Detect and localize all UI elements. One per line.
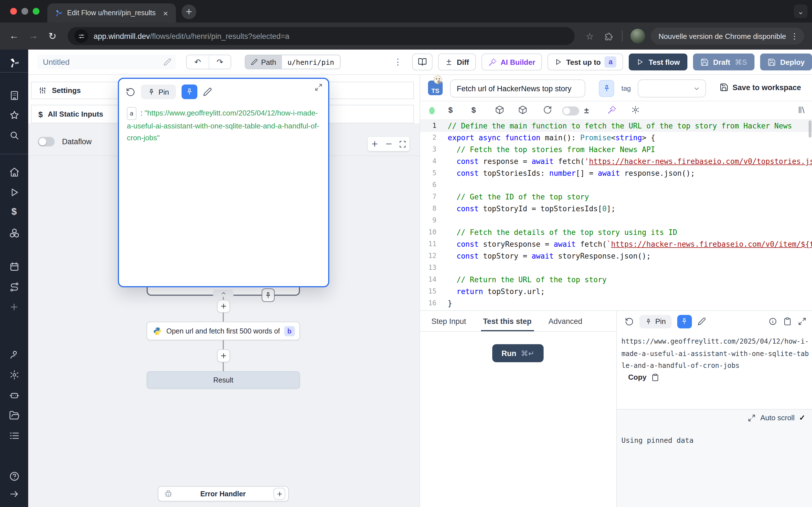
zoom-out-icon[interactable] [385,140,393,148]
fullscreen-icon[interactable] [798,317,806,326]
sidebar-item-folders[interactable] [0,407,28,423]
insert-step-button[interactable] [217,349,230,362]
profile-avatar[interactable] [630,29,645,43]
editor-settings-icon[interactable] [631,105,640,114]
reload-icon[interactable]: ↻ [44,27,61,45]
pin-tab[interactable]: Pin [141,84,176,99]
sidebar-item-schedules[interactable] [0,259,28,274]
undo-button[interactable]: ↶ [187,55,209,69]
flow-name-field[interactable]: Untitled [37,55,176,69]
test-flow-button[interactable]: Test flow [629,54,688,70]
sidebar-item-favorites[interactable] [0,107,28,123]
sidebar-item-expand[interactable] [0,486,28,502]
test-up-to-button[interactable]: Test up to a [548,54,623,70]
info-icon[interactable] [769,317,777,326]
clipboard-icon[interactable] [783,317,792,326]
run-button[interactable]: Run ⌘↵ [492,344,544,362]
variables-icon[interactable]: $ [448,105,453,114]
code-editor[interactable]: 1// Define the main function to fetch th… [420,120,812,311]
history-icon[interactable] [625,317,634,326]
sidebar-item-workers[interactable] [0,387,28,403]
code-line: 11 const storyResponse = await fetch(`ht… [420,238,812,250]
address-bar[interactable]: app.windmill.dev/flows/edit/u/henri/pin_… [68,27,574,45]
step-summary-input[interactable]: Fetch url of HackerNews top story [450,79,585,98]
path-control[interactable]: Path u/henri/pin [245,55,340,69]
bookmark-star-icon[interactable]: ☆ [581,27,598,45]
code-line: 10 // Fetch the details of the top story… [420,226,812,238]
result-node[interactable]: Result [147,371,300,389]
tab-step-input[interactable]: Step Input [432,311,466,331]
close-window-button[interactable] [10,8,17,15]
ai-builder-button[interactable]: AI Builder [481,54,542,70]
extensions-icon[interactable] [601,27,617,45]
edit-pin-icon[interactable] [698,317,706,326]
sidebar-item-runs[interactable] [0,184,28,200]
dataflow-toggle[interactable] [38,137,55,147]
tag-select[interactable] [638,79,706,98]
sidebar-item-add[interactable] [0,299,28,315]
browser-tab[interactable]: Edit Flow u/henri/pin_results × [47,3,176,22]
sidebar-item-help[interactable] [0,468,28,484]
deploy-button[interactable]: Deploy [760,54,812,70]
copy-button[interactable]: Copy [628,373,659,381]
sidebar-item-search[interactable] [0,127,28,143]
insert-step-button[interactable] [217,300,230,313]
diff-button[interactable]: Diff [438,54,476,70]
editor-scrollbar[interactable] [809,121,811,137]
docs-button[interactable] [412,54,433,70]
add-error-handler-button[interactable] [273,488,285,500]
tab-search-button[interactable]: ⌄ [794,4,808,18]
pinned-toggle-button[interactable] [677,315,692,328]
plus-icon [276,490,283,497]
windmill-logo-icon [8,57,20,69]
package-icon[interactable] [518,105,527,114]
back-icon[interactable]: ← [6,27,22,45]
close-tab-icon[interactable]: × [161,8,170,18]
step-pin-button[interactable] [599,80,614,97]
node-a-pin-button[interactable] [262,288,274,302]
redo-button[interactable]: ↷ [209,55,231,69]
sidebar-item-home[interactable] [0,164,28,180]
sidebar-item-flows[interactable] [0,279,28,295]
browser-menu-icon[interactable]: ⋮ [791,32,799,41]
sidebar-item-variables[interactable]: $ [0,204,28,220]
pinned-toggle-button[interactable] [182,84,197,99]
edit-pin-icon[interactable] [203,87,212,96]
sidebar-item-settings[interactable] [0,367,28,383]
tab-test-this-step[interactable]: Test this step [483,311,531,331]
minimize-window-button[interactable] [21,8,28,15]
error-handler-node[interactable]: Error Handler [158,486,289,501]
chrome-update-button[interactable]: Nouvelle version de Chrome disponible ⋮ [651,27,804,45]
sidebar-item-audit-logs[interactable] [0,428,28,443]
new-tab-button[interactable]: + [182,4,196,19]
path-edit-button[interactable]: Path [245,55,282,69]
tab-advanced[interactable]: Advanced [548,311,582,331]
more-options-icon[interactable]: ⋮ [389,57,407,67]
sidebar-item-resources[interactable] [0,225,28,240]
package-icon[interactable] [495,105,504,114]
window-controls[interactable] [0,0,47,22]
zoom-window-button[interactable] [33,8,40,15]
sidebar-item-user[interactable] [0,346,28,362]
reload-script-icon[interactable] [543,105,552,114]
history-icon[interactable] [126,87,135,97]
diff-mode-icon[interactable]: ± [584,105,589,115]
pin-tab[interactable]: Pin [640,315,672,328]
save-to-workspace-button[interactable]: Save to workspace [719,83,801,92]
node-b[interactable]: Open url and fetch first 500 words of ..… [147,322,300,340]
expand-icon[interactable] [315,83,322,91]
draft-button[interactable]: Draft ⌘S [693,54,754,70]
ai-assist-icon[interactable] [607,105,616,114]
library-icon[interactable] [797,105,806,114]
auto-scroll-control[interactable]: Auto scroll ✓ [748,413,805,422]
forward-icon[interactable]: → [25,27,42,45]
run-shortcut: ⌘↵ [521,349,534,357]
sidebar-item-workspace[interactable] [0,87,28,103]
windmill-logo[interactable] [0,55,28,71]
zoom-in-icon[interactable] [370,140,379,148]
fit-view-icon[interactable] [399,140,407,148]
editor-toggle[interactable] [562,107,579,115]
site-settings-icon[interactable] [74,29,88,43]
collapse-node-button[interactable] [213,290,234,297]
resources-icon[interactable]: $ [471,105,476,114]
